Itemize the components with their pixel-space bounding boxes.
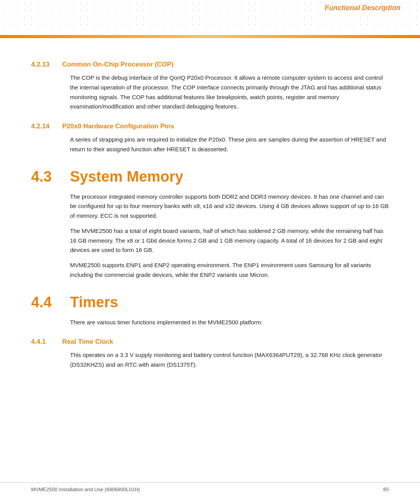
- section-4-2-13-label: Common On-Chip Processor (COP): [62, 61, 173, 68]
- header-title: Functional Description: [325, 4, 401, 12]
- main-content: 4.2.13 Common On-Chip Processor (COP) Th…: [0, 38, 420, 399]
- section-4-2-13-para-0: The COP is the debug interface of the Qo…: [70, 73, 389, 112]
- page-header: Functional Description: [0, 0, 420, 35]
- section-4-3-para-1: The MVME2500 has a total of eight board …: [70, 226, 389, 255]
- orange-divider-bar: [0, 35, 420, 38]
- section-4-4-heading: 4.4 Timers: [31, 294, 389, 311]
- section-4-3-label: System Memory: [70, 168, 183, 185]
- section-4-3-para-2: MVME2500 supports ENP1 and ENP2 operatin…: [70, 261, 389, 280]
- section-4-3-para-0: The processor integrated memory controll…: [70, 192, 389, 221]
- section-4-4-1-label: Real Time Clock: [62, 338, 113, 346]
- section-4-4-number: 4.4: [31, 294, 70, 311]
- section-4-4-1-number: 4.4.1: [31, 338, 62, 346]
- section-4-4-para-0: There are various timer functions implem…: [70, 318, 389, 327]
- section-4-2-13-heading: 4.2.13 Common On-Chip Processor (COP): [31, 61, 389, 68]
- section-4-3-heading: 4.3 System Memory: [31, 168, 389, 185]
- section-4-2-14-para-0: A series of strapping pins are required …: [70, 135, 389, 154]
- section-4-4-label: Timers: [70, 294, 118, 311]
- footer-left-text: MVME2500 Installation and Use (6806800L0…: [31, 486, 140, 492]
- section-4-2-13-number: 4.2.13: [31, 61, 62, 68]
- section-4-4-1-heading: 4.4.1 Real Time Clock: [31, 338, 389, 346]
- section-4-4-1-para-0: This operates on a 3.3 V supply monitori…: [70, 350, 389, 370]
- section-4-2-14-number: 4.2.14: [31, 122, 62, 130]
- section-4-2-14-heading: 4.2.14 P20x0 Hardware Configuration Pins: [31, 122, 389, 130]
- header-title-area: Functional Description: [325, 4, 401, 12]
- section-4-3-number: 4.3: [31, 168, 70, 185]
- page-footer: MVME2500 Installation and Use (6806800L0…: [0, 482, 420, 492]
- footer-page-number: 65: [383, 486, 389, 492]
- section-4-2-14-label: P20x0 Hardware Configuration Pins: [62, 122, 174, 130]
